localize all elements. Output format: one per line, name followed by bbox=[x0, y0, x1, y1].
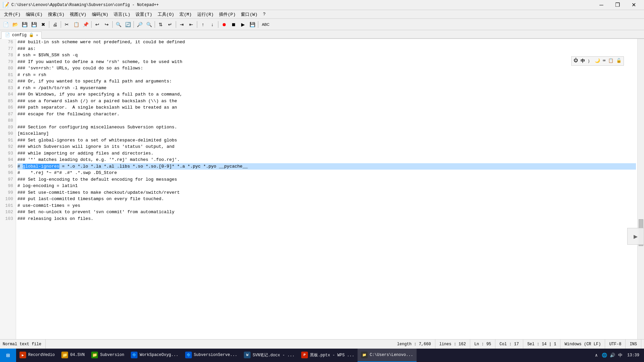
menu-edit[interactable]: 编辑(E) bbox=[23, 11, 45, 18]
tb-redo[interactable]: ↪ bbox=[102, 20, 111, 29]
tab-close-button[interactable]: ✕ bbox=[36, 33, 38, 37]
code-line-77: ### as: bbox=[17, 46, 636, 52]
tb-lower[interactable]: ↓ bbox=[208, 20, 217, 29]
code-line-91: ### Set global-ignores to a set of white… bbox=[17, 137, 636, 144]
tb-play[interactable]: ▶ bbox=[238, 20, 247, 29]
tb-sep4 bbox=[112, 21, 113, 28]
taskbar-04svn[interactable]: 📁 04.SVN bbox=[58, 349, 88, 362]
taskbar-label-pptx: 黑板.pptx - WPS ... bbox=[310, 352, 354, 358]
right-float-button[interactable]: ▶ bbox=[627, 228, 644, 245]
tb-outdent[interactable]: ⇤ bbox=[187, 20, 196, 29]
ime-lock[interactable]: 🔓 bbox=[616, 58, 622, 64]
menu-settings[interactable]: 设置(T) bbox=[133, 11, 155, 18]
code-line-100: ### put last-committed timestamps on eve… bbox=[17, 196, 636, 202]
code-line-83: # rsh = /path/to/rsh -l myusername bbox=[17, 85, 636, 92]
menu-file[interactable]: 文件(F) bbox=[1, 11, 23, 18]
tb-find[interactable]: 🔍 bbox=[114, 20, 123, 29]
scrollbar-track[interactable] bbox=[638, 39, 644, 339]
code-line-87: ### escape for the following character. bbox=[17, 111, 636, 118]
tb-zoomin[interactable]: 🔎 bbox=[135, 20, 144, 29]
tb-cut[interactable]: ✂ bbox=[62, 20, 71, 29]
taskbar-subversionserve[interactable]: 🔷 SubversionServe... bbox=[182, 349, 241, 362]
status-lines: lines : 162 bbox=[435, 340, 470, 349]
tb-new[interactable]: 📄 bbox=[1, 20, 10, 29]
ime-chinese[interactable]: 中 bbox=[581, 58, 585, 64]
systray-sound[interactable]: 🔊 bbox=[609, 352, 616, 359]
tb-replace[interactable]: 🔄 bbox=[123, 20, 132, 29]
tb-open[interactable]: 📂 bbox=[11, 20, 19, 29]
taskbar-icon-subversion: 📁 bbox=[91, 352, 98, 358]
titlebar-controls: ─ ❐ ✕ bbox=[594, 0, 641, 10]
taskbar-icon-04svn: 📁 bbox=[61, 352, 68, 358]
tb-sync[interactable]: ⇅ bbox=[156, 20, 165, 29]
menu-view[interactable]: 视图(V) bbox=[67, 11, 89, 18]
ime-power[interactable]: ⏻ bbox=[574, 58, 578, 64]
menu-language[interactable]: 语言(L) bbox=[111, 11, 133, 18]
ime-clipboard[interactable]: 📋 bbox=[608, 58, 613, 64]
menu-help[interactable]: ? bbox=[260, 11, 268, 18]
status-length: length : 7,660 bbox=[393, 340, 435, 349]
tb-paste[interactable]: 📌 bbox=[81, 20, 90, 29]
scrollbar[interactable] bbox=[637, 39, 644, 339]
tb-upper[interactable]: ↑ bbox=[199, 20, 207, 29]
menu-search[interactable]: 搜索(S) bbox=[45, 11, 67, 18]
code-area[interactable]: ### built-in ssh scheme were not predefi… bbox=[16, 39, 637, 339]
ime-keyboard[interactable]: ⌨ bbox=[603, 58, 605, 64]
tab-config[interactable]: 📄 config 🔒 ✕ bbox=[1, 32, 42, 39]
tabbar: 📄 config 🔒 ✕ bbox=[0, 30, 644, 39]
tb-sep1 bbox=[49, 21, 49, 28]
ime-paren[interactable]: ） bbox=[588, 58, 592, 64]
tb-zoomout[interactable]: 🔍 bbox=[145, 20, 153, 29]
tb-save-macro[interactable]: 💾 bbox=[248, 20, 257, 29]
systray-expand[interactable]: ∧ bbox=[593, 352, 600, 359]
status-col: Col : 17 bbox=[495, 340, 523, 349]
close-button[interactable]: ✕ bbox=[626, 0, 641, 10]
systray-network[interactable]: 🌐 bbox=[601, 352, 608, 359]
taskbar-recordvedio[interactable]: ▶ RecordVedio bbox=[16, 349, 58, 362]
tb-print[interactable]: 🖨 bbox=[51, 20, 59, 29]
tb-sep8 bbox=[197, 21, 197, 28]
status-ln: Ln : 95 bbox=[470, 340, 495, 349]
taskbar-lenovo[interactable]: 📁 C:\Users\Lenovo... bbox=[358, 349, 417, 362]
editor-container: 7677787980818283848586878889909192939495… bbox=[0, 39, 644, 339]
tb-record[interactable]: ⏺ bbox=[220, 20, 228, 29]
menu-window[interactable]: 窗口(W) bbox=[238, 11, 260, 18]
code-line-97: ### Set log-encoding to the default enco… bbox=[17, 176, 636, 183]
menu-encode[interactable]: 编码(N) bbox=[89, 11, 111, 18]
tb-stop[interactable]: ⏹ bbox=[229, 20, 238, 29]
code-line-85: ### use a forward slash (/) or a paired … bbox=[17, 98, 636, 105]
taskbar-svnword[interactable]: W SVN笔记.docx - ... bbox=[240, 349, 298, 362]
tb-wrap[interactable]: ↵ bbox=[166, 20, 174, 29]
tb-copy[interactable]: 📋 bbox=[72, 20, 80, 29]
tb-abc[interactable]: ABC bbox=[260, 20, 272, 29]
tb-saveall[interactable]: 💾 bbox=[30, 20, 38, 29]
tb-close[interactable]: ✖ bbox=[39, 20, 48, 29]
tb-sep6 bbox=[155, 21, 155, 28]
toolbar: 📄 📂 💾 💾 ✖ 🖨 ✂ 📋 📌 ↩ ↪ 🔍 🔄 🔎 🔍 ⇅ ↵ ⇥ ⇤ ↑ … bbox=[0, 19, 644, 30]
taskbar-subversion[interactable]: 📁 Subversion bbox=[88, 349, 127, 362]
taskbar-label-subversion: Subversion bbox=[100, 353, 124, 357]
app-icon: 📝 bbox=[3, 2, 9, 8]
menu-tools[interactable]: 工具(O) bbox=[155, 11, 177, 18]
menu-run[interactable]: 运行(R) bbox=[195, 11, 216, 18]
code-line-84: ### On Windows, if you are specifying a … bbox=[17, 91, 636, 98]
tb-save[interactable]: 💾 bbox=[20, 20, 29, 29]
menu-plugins[interactable]: 插件(P) bbox=[216, 11, 238, 18]
tb-indent[interactable]: ⇥ bbox=[177, 20, 186, 29]
taskbar-pptx[interactable]: P 黑板.pptx - WPS ... bbox=[298, 349, 358, 362]
taskbar-label-04svn: 04.SVN bbox=[70, 353, 85, 357]
taskbar-icon-pptx: P bbox=[301, 352, 308, 358]
status-sel: Sel : 14 | 1 bbox=[523, 340, 560, 349]
systray-ime[interactable]: 中 bbox=[617, 352, 624, 359]
taskbar-icon-svnword: W bbox=[244, 352, 251, 358]
minimize-button[interactable]: ─ bbox=[594, 0, 609, 10]
start-button[interactable]: ⊞ bbox=[0, 349, 16, 362]
ime-panel: ⏻ 中 ） 🌙 ⌨ 📋 🔓 bbox=[571, 56, 624, 66]
maximize-button[interactable]: ❐ bbox=[610, 0, 625, 10]
tb-undo[interactable]: ↩ bbox=[93, 20, 102, 29]
code-line-94: ### '*' matches leading dots, e.g. '*.re… bbox=[17, 157, 636, 163]
menu-macro[interactable]: 宏(M) bbox=[177, 11, 194, 18]
ime-moon[interactable]: 🌙 bbox=[595, 58, 600, 64]
taskbar-workspace[interactable]: 🔷 WorkSpaceOxyg... bbox=[127, 349, 181, 362]
code-line-98: # log-encoding = latin1 bbox=[17, 183, 636, 189]
